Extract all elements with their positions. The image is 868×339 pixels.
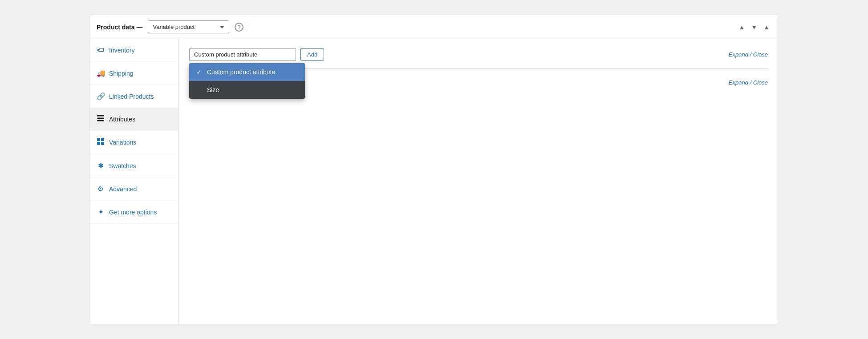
svg-rect-0 <box>97 115 104 117</box>
sidebar-item-swatches-label: Swatches <box>109 162 136 170</box>
sidebar-item-get-more-options[interactable]: ✦ Get more options <box>89 201 178 224</box>
sidebar-item-attributes[interactable]: Attributes <box>89 108 178 131</box>
svg-rect-6 <box>101 142 104 145</box>
variations-icon <box>97 138 105 147</box>
svg-rect-2 <box>97 120 104 121</box>
svg-rect-5 <box>97 142 100 145</box>
expand-close-1[interactable]: Expand / Close <box>729 51 768 58</box>
attribute-type-select[interactable]: Custom product attribute Size <box>189 48 296 61</box>
attribute-row-1: Custom product attribute Size ✓ Custom p… <box>189 48 768 61</box>
sidebar-item-attributes-label: Attributes <box>109 116 135 123</box>
swatches-icon: ✱ <box>97 161 105 170</box>
divider-line <box>249 23 249 32</box>
sidebar-item-swatches[interactable]: ✱ Swatches <box>89 154 178 178</box>
dropdown-item-custom-label: Custom product attribute <box>207 69 275 76</box>
chevron-up2-btn[interactable]: ▲ <box>762 22 771 32</box>
attributes-icon <box>97 115 105 123</box>
panel-header: Product data — Variable product Simple p… <box>89 15 779 39</box>
panel-body: 🏷 Inventory 🚚 Shipping 🔗 Linked Products… <box>89 39 779 324</box>
sidebar-item-variations[interactable]: Variations <box>89 131 178 154</box>
link-icon: 🔗 <box>97 92 105 101</box>
sidebar-item-shipping-label: Shipping <box>109 70 134 77</box>
svg-rect-4 <box>101 138 104 141</box>
help-icon[interactable]: ? <box>235 23 243 32</box>
svg-rect-3 <box>97 138 100 141</box>
dropdown-item-size-label: Size <box>207 86 219 93</box>
chevron-up-btn[interactable]: ▲ <box>737 22 746 32</box>
main-content: Custom product attribute Size ✓ Custom p… <box>178 39 779 324</box>
sidebar-item-get-more-label: Get more options <box>109 209 157 216</box>
header-controls: ▲ ▼ ▲ <box>737 22 771 32</box>
svg-rect-1 <box>97 118 104 119</box>
product-type-select[interactable]: Variable product Simple product Grouped … <box>148 20 229 33</box>
sidebar-item-shipping[interactable]: 🚚 Shipping <box>89 62 178 85</box>
sidebar-item-inventory-label: Inventory <box>109 47 135 54</box>
chevron-down-btn[interactable]: ▼ <box>749 22 759 32</box>
checkmark-icon: ✓ <box>196 69 203 76</box>
sidebar-item-linked-products[interactable]: 🔗 Linked Products <box>89 85 178 108</box>
add-button[interactable]: Add <box>300 48 324 61</box>
inventory-icon: 🏷 <box>97 46 105 54</box>
advanced-icon: ⚙ <box>97 185 105 193</box>
shipping-icon: 🚚 <box>97 69 105 77</box>
dropdown-menu: ✓ Custom product attribute Size <box>189 63 305 99</box>
sidebar-item-variations-label: Variations <box>109 139 136 146</box>
sidebar: 🏷 Inventory 🚚 Shipping 🔗 Linked Products… <box>89 39 178 324</box>
sidebar-item-linked-label: Linked Products <box>109 93 154 100</box>
product-data-panel: Product data — Variable product Simple p… <box>89 15 779 324</box>
panel-title: Product data — <box>97 24 142 31</box>
sidebar-item-advanced-label: Advanced <box>109 186 137 193</box>
sidebar-item-advanced[interactable]: ⚙ Advanced <box>89 178 178 201</box>
expand-close-2[interactable]: Expand / Close <box>729 79 768 86</box>
dropdown-wrapper: Custom product attribute Size ✓ Custom p… <box>189 48 296 61</box>
dropdown-item-size[interactable]: Size <box>189 81 305 99</box>
dropdown-item-custom[interactable]: ✓ Custom product attribute <box>189 63 305 81</box>
get-more-icon: ✦ <box>97 208 105 216</box>
sidebar-item-inventory[interactable]: 🏷 Inventory <box>89 39 178 62</box>
